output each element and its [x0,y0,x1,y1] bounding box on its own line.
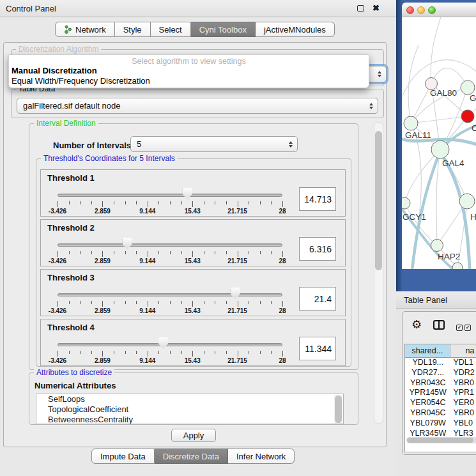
threshold-label: Threshold 4 [47,323,95,332]
tab-top-cyni-toolbox[interactable]: Cyni Toolbox [191,22,256,37]
cell-name[interactable]: YPR1 [450,388,476,398]
gear-icon[interactable]: ⚙ [411,318,422,332]
slider-handle[interactable] [231,288,240,299]
table-row[interactable]: YER054CYER0 [405,398,476,408]
cell-shared-name[interactable]: YBL079W [405,418,450,429]
cell-shared-name[interactable]: YLR345W [405,429,450,436]
cell-name[interactable]: YDL1 [450,358,476,368]
node-hap2[interactable] [431,240,443,252]
minimize-traffic-light-icon[interactable] [417,6,425,14]
tab-bottom-infer-network[interactable]: Infer Network [228,449,295,464]
float-window-icon[interactable] [357,5,364,12]
table-row[interactable]: YPR145WYPR1 [405,388,476,398]
attribute-list-item[interactable]: SelfLoops [36,394,343,404]
popup-option-manual[interactable]: Manual Discretization [9,66,369,76]
table-hscrollbar[interactable] [406,437,476,443]
cell-shared-name[interactable]: YPR145W [405,388,450,398]
network-canvas[interactable]: GAL80 GA C GAL11 GAL4 GCY1 H HAP2 [402,17,476,269]
scrollbar-thumb[interactable] [375,131,382,270]
tab-bottom-discretize-data[interactable]: Discretize Data [155,449,228,464]
column-header-shared-name[interactable]: shared... [405,344,450,358]
attribute-list-item[interactable]: TopologicalCoefficient [36,404,343,415]
scrollbar-thumb[interactable] [335,395,342,423]
cell-name[interactable]: YDR2 [450,368,476,378]
table-row[interactable]: YDL19...YDL1 [405,358,476,368]
node-ga[interactable] [461,81,475,95]
attribute-list[interactable]: SelfLoopsTopologicalCoefficientBetweenne… [36,394,344,424]
list-scrollbar[interactable] [334,395,342,424]
node-table: shared... na YDL19...YDL1YDR27...YDR2YBR… [404,344,476,452]
slider-tick-labels: -3.4262.8599.14415.4321.71528 [58,257,282,265]
group-title: Attributes to discretize [34,368,114,377]
label-ga: GA [470,93,476,103]
threshold-value-box[interactable]: 14.713 [299,187,336,211]
node-gcy1[interactable] [402,197,410,209]
table-row[interactable]: YBR045CYBR0 [405,408,476,418]
slider-tick-labels: -3.4262.8599.14415.4321.71528 [58,307,282,314]
slider-track[interactable] [58,243,282,247]
cell-name[interactable]: YBL0 [450,418,476,429]
apply-button[interactable]: Apply [171,429,216,442]
checkbox-icon[interactable]: ✓ [464,325,471,331]
group-title: Discretization Algorithm [16,45,101,54]
threshold-box: Threshold 3 -3.4262.8599.14415.4321.7152… [40,269,346,316]
column-header-name[interactable]: na [450,344,476,358]
table-row[interactable]: YBR043CYBR0 [405,378,476,388]
panel-scrollbar[interactable] [374,122,383,424]
close-icon[interactable]: ✖ [372,3,380,13]
scrollbar-thumb[interactable] [407,438,473,443]
slider-track[interactable] [58,343,282,346]
node-gal11[interactable] [404,116,418,130]
close-traffic-light-icon[interactable] [406,6,414,14]
node-h[interactable] [459,194,475,209]
popup-option-equal-width[interactable]: Equal Width/Frequency Discretization [9,76,369,86]
table-data-combo[interactable]: galFiltered.sif default node [17,98,378,114]
checkbox-icon[interactable]: ✓ [456,325,463,331]
num-intervals-combo[interactable]: 5 [130,136,298,152]
tab-label: Select [159,25,182,35]
tab-top-jactivemnodules[interactable]: jActiveMNodules [256,22,335,37]
table-row[interactable]: YLR345WYLR3 [405,429,476,436]
cell-name[interactable]: YLR3 [450,429,476,436]
tab-bottom-impute-data[interactable]: Impute Data [91,449,155,464]
panel-titlebar: Control Panel ✖ [0,0,396,17]
combo-value: 5 [137,139,141,149]
node-red-selected[interactable] [461,110,474,123]
tab-label: Network [75,25,106,35]
cell-name[interactable]: YBR0 [450,408,476,418]
cell-shared-name[interactable]: YER054C [405,398,450,408]
numerical-attributes-label: Numerical Attributes [35,381,116,390]
algorithm-dropdown-popup: Select algorithm to view settings Manual… [8,54,369,88]
cell-name[interactable]: YER0 [450,398,476,408]
threshold-value-box[interactable]: 11.344 [299,337,336,360]
table-row[interactable]: YDR27...YDR2 [405,368,476,378]
split-columns-icon[interactable] [433,320,445,330]
threshold-value-box[interactable]: 21.4 [299,287,336,311]
attribute-list-item[interactable]: BetweennessCentrality [36,415,343,424]
slider-handle[interactable] [158,337,168,349]
tab-top-network[interactable]: Network [55,22,115,37]
table-panel-titlebar: Table Panel [396,291,476,309]
zoom-traffic-light-icon[interactable] [428,6,436,14]
node-gal4[interactable] [431,141,449,158]
threshold-label: Threshold 2 [47,223,95,233]
network-icon [64,25,72,34]
threshold-value-box[interactable]: 6.316 [299,237,336,261]
network-window-titlebar[interactable] [402,3,476,17]
tab-top-style[interactable]: Style [115,22,151,37]
cell-name[interactable]: YBR0 [450,378,476,388]
slider-handle[interactable] [183,188,192,199]
cell-shared-name[interactable]: YBR043C [405,378,450,388]
slider-track[interactable] [58,194,282,197]
slider-track[interactable] [58,293,282,296]
table-row[interactable]: YBL079WYBL0 [405,418,476,429]
tab-label: Infer Network [236,452,286,461]
network-nodes[interactable] [402,78,475,270]
cell-shared-name[interactable]: YDR27... [405,368,450,378]
cell-shared-name[interactable]: YDL19... [405,358,450,368]
tab-top-select[interactable]: Select [151,22,191,37]
label-gal80: GAL80 [430,88,457,98]
cell-shared-name[interactable]: YBR045C [405,408,450,418]
slider-handle[interactable] [123,238,132,249]
label-h: H [470,212,476,222]
